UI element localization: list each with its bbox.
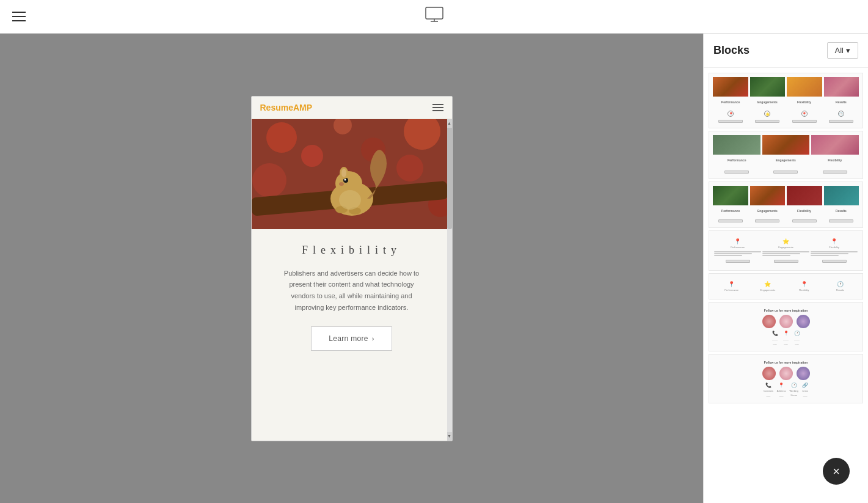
header-center (423, 4, 445, 29)
thumb-img (750, 77, 786, 97)
follow-us-block: Follow us for more inspiration 📞 ____ __… (713, 306, 859, 347)
menu-icon[interactable] (12, 12, 26, 21)
scrollbar-thumb[interactable] (447, 119, 452, 229)
mobile-hamburger-icon[interactable] (432, 104, 443, 111)
block-template-5[interactable]: 📍 Performance ⭐ Engagements 📍 Flexibilit… (709, 273, 863, 299)
preview-title: Flexibility (302, 244, 401, 257)
svg-point-9 (252, 163, 286, 197)
contact-item: 🔗 Links ___ (802, 383, 808, 397)
blocks-container: Performance 📍 Engagements (704, 68, 868, 408)
panel-header: Blocks All ▾ (704, 34, 868, 68)
thumb-icon-item: 📍 Flexibility (811, 238, 858, 263)
thumb-img (713, 135, 760, 155)
contact-item: 🕐 Working Hours (789, 383, 798, 397)
logo-normal: Resume (260, 103, 293, 112)
right-panel: Blocks All ▾ Performance (703, 34, 868, 503)
circle-img-2 (779, 367, 793, 380)
block-template-7[interactable]: Follow us for more inspiration 📞 Contact… (709, 354, 863, 403)
header (0, 0, 868, 34)
preview-content: Flexibility Publishers and advertisers c… (252, 229, 452, 364)
mobile-logo: ResumeAMP (260, 103, 313, 112)
thumb-label-item: Engagements (762, 157, 809, 175)
thumb-label-item: Results 🕐 (823, 99, 859, 124)
canvas-area: ResumeAMP (0, 34, 703, 503)
contact-item: 🕐 ____ ___ (794, 331, 800, 345)
thumb-label-item: Performance (713, 157, 760, 175)
learn-more-arrow: › (372, 335, 374, 342)
thumb-img (762, 135, 810, 155)
follow-us-block-2: Follow us for more inspiration 📞 Contact… (713, 358, 859, 399)
header-left (12, 12, 26, 21)
circle-img-2 (779, 315, 793, 328)
logo-colored: AMP (293, 103, 312, 112)
circle-img-3 (797, 367, 810, 380)
learn-more-label: Learn more (329, 334, 368, 343)
thumb-img (787, 77, 822, 97)
thumb-label-item: Flexibility 📍 (787, 99, 822, 124)
thumb-label-item: Engagements ⭐ (749, 99, 785, 124)
dropdown-arrow: ▾ (846, 46, 850, 55)
thumb-img (713, 186, 748, 205)
svg-point-7 (301, 145, 323, 167)
thumb-img (750, 186, 786, 205)
svg-point-8 (396, 155, 423, 182)
contact-item: 📞 ____ ___ (772, 331, 778, 345)
contact-item: 📍 Address ___ (777, 383, 786, 397)
thumb-img (824, 77, 859, 97)
svg-point-19 (341, 169, 346, 177)
block-template-1[interactable]: Performance 📍 Engagements (709, 73, 863, 128)
thumb-img (787, 186, 822, 205)
learn-more-button[interactable]: Learn more › (311, 326, 392, 351)
preview-scrollbar[interactable]: ▲ ▼ (447, 119, 452, 441)
scroll-down-arrow[interactable]: ▼ (447, 432, 452, 441)
thumb-icon-item: ⭐ Engagements (750, 281, 785, 292)
panel-title: Blocks (713, 44, 749, 57)
circle-img-1 (762, 367, 776, 380)
contact-item: 📍 ____ ___ (783, 331, 789, 345)
circle-img-3 (797, 315, 810, 328)
thumb-icon-item: 📍 Performance (714, 281, 749, 292)
svg-point-22 (339, 190, 361, 210)
thumb-img (811, 135, 859, 155)
svg-point-16 (344, 178, 346, 180)
block-template-2[interactable]: Performance Engagements (709, 131, 863, 179)
contact-item: 📞 Contacts ___ (764, 383, 773, 397)
close-button[interactable]: × (823, 458, 850, 485)
thumb-label-item: Engagements (749, 208, 785, 224)
circle-img-1 (762, 315, 776, 328)
mobile-preview-inner: Flexibility Publishers and advertisers c… (252, 119, 452, 441)
thumb-label-item: Results (823, 208, 859, 224)
thumb-icon-item: 🕐 Results (823, 281, 858, 292)
thumb-img (713, 77, 748, 97)
monitor-icon (423, 4, 445, 29)
thumb-label-item: Flexibility (811, 157, 859, 175)
preview-body: Publishers and advertisers can decide ho… (279, 268, 425, 314)
thumb-icon-item: 📍 Flexibility (787, 281, 822, 292)
all-filter-button[interactable]: All ▾ (827, 42, 858, 59)
thumb-icon-item: 📍 Performance (714, 238, 761, 263)
thumb-label-item: Performance (713, 208, 748, 224)
thumb-img (824, 186, 859, 205)
thumb-icon-item: ⭐ Engagements (762, 238, 809, 263)
block-template-6[interactable]: Follow us for more inspiration 📞 ____ __… (709, 302, 863, 351)
thumb-label-item: Performance 📍 (713, 99, 748, 124)
all-label: All (835, 46, 844, 55)
mobile-preview: ResumeAMP (251, 96, 453, 441)
mobile-nav: ResumeAMP (252, 97, 452, 119)
block-template-4[interactable]: 📍 Performance ⭐ Engagements (709, 230, 863, 271)
block-template-3[interactable]: Performance Engagements (709, 182, 863, 228)
svg-point-17 (339, 182, 344, 186)
scroll-up-arrow[interactable]: ▲ (447, 119, 452, 128)
thumb-label-item: Flexibility (787, 208, 822, 224)
svg-point-4 (266, 122, 297, 153)
svg-rect-0 (426, 7, 443, 19)
preview-hero-image (252, 119, 447, 229)
